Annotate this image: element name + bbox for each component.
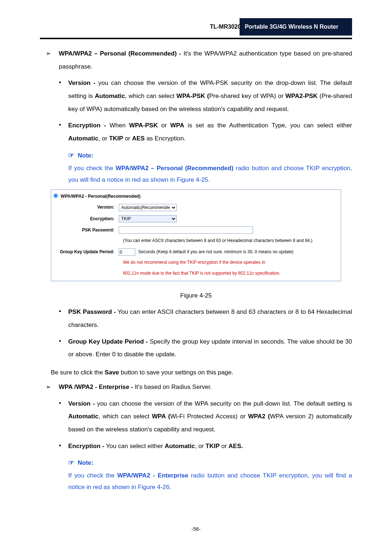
note-1-pre: If you check the <box>68 165 115 172</box>
ev-t2: , which can select <box>98 413 152 420</box>
enc-wpapsk: WPA-PSK <box>129 122 158 129</box>
page-content: WPA/WPA2 – Personal (Recommended) - It's… <box>40 47 352 493</box>
wpa-panel-title-row: WPA/WPA2 - Personal(Recommended) <box>51 190 341 202</box>
psk-hint: (You can enter ASCII characters between … <box>51 236 341 246</box>
enc-wpa: WPA <box>170 122 184 129</box>
note-1-head: Note: <box>78 149 93 162</box>
wpa-personal-title: WPA/WPA2 – Personal (Recommended) - <box>59 50 183 57</box>
ee-tkip: TKIP <box>205 443 220 450</box>
encryption-item: Encryption - When WPA-PSK or WPA is set … <box>59 119 352 145</box>
ee-aes: AES. <box>229 443 243 450</box>
group-key-item: Group Key Update Period - Specify the gr… <box>59 335 352 361</box>
enc-tkip: TKIP <box>109 135 123 142</box>
label-version: Version: <box>53 203 119 212</box>
label-encryption: Encryption: <box>53 214 119 223</box>
note-1: ☞ Note: If you check the WPA/WPA2 – Pers… <box>68 149 352 186</box>
header-band: TL-MR3020 Portable 3G/4G Wireless N Rout… <box>40 18 352 36</box>
wpa-enterprise-desc: It's based on Radius Server. <box>135 383 212 390</box>
header-model: TL-MR3020 <box>40 18 246 36</box>
ent-encryption-item: Encryption - You can select either Autom… <box>59 440 352 453</box>
enc-aes: AES <box>132 135 145 142</box>
ent-encryption-label: Encryption - <box>68 443 106 450</box>
ev-t3: Wi-Fi Protected Access) or <box>170 413 248 420</box>
ee-t3: or <box>220 443 229 450</box>
enc-t1: When <box>110 122 129 129</box>
label-psk: PSK Password: <box>53 226 119 235</box>
enc-t6: as Encryption. <box>145 135 185 142</box>
ee-t1: You can select either <box>106 443 165 450</box>
wpa-enterprise-title: WPA /WPA2 - Enterprise - <box>59 383 135 390</box>
note-1-bold: WPA/WPA2 – Personal (Recommended) <box>115 165 233 172</box>
wpa-panel: WPA/WPA2 - Personal(Recommended) Version… <box>51 189 341 281</box>
note-2-head: Note: <box>78 456 93 469</box>
ee-t2: , or <box>195 443 205 450</box>
tkip-warning-1: We do not recommend using the TKIP encry… <box>51 258 341 268</box>
enc-t5: or <box>123 135 132 142</box>
page-number: -56- <box>40 526 352 532</box>
ent-version-label: Version - <box>68 400 97 407</box>
version-text-3: Pre-shared key of WPA) or <box>209 93 285 99</box>
enc-t3: is set as the Authentication Type, you c… <box>184 122 352 129</box>
version-item: Version - you can choose the version of … <box>59 77 352 115</box>
wpa-panel-title: WPA/WPA2 - Personal(Recommended) <box>61 194 140 199</box>
group-key-input[interactable] <box>119 249 135 256</box>
enc-auto: Automatic <box>68 135 98 142</box>
version-wpa2psk: WPA2-PSK <box>285 93 317 99</box>
note-2: ☞ Note: If you check the WPA/WPA2 - Ente… <box>68 456 352 493</box>
version-auto: Automatic <box>95 93 125 99</box>
figure-caption: Figure 4-25 <box>40 289 352 302</box>
ev-wpa2: WPA2 ( <box>248 413 270 420</box>
save-instruction: Be sure to click the Save button to save… <box>40 366 352 379</box>
tkip-warning-2: 802.11n mode due to the fact that TKIP i… <box>51 268 341 281</box>
ee-auto: Automatic <box>165 443 195 450</box>
group-key-hint: Seconds (Keep it default if you are not … <box>138 247 294 257</box>
encryption-label: Encryption - <box>68 122 110 129</box>
version-wpapsk: WPA-PSK ( <box>176 93 209 99</box>
save-post: button to save your settings on this pag… <box>119 369 233 376</box>
hand-icon: ☞ <box>68 149 74 163</box>
wpa-personal-radio[interactable] <box>53 193 58 198</box>
ev-auto: Automatic <box>68 413 98 420</box>
note-2-pre: If you check the <box>68 472 117 479</box>
psk-password-item: PSK Password - You can enter ASCII chara… <box>59 305 352 331</box>
group-key-label: Group Key Update Period - <box>68 338 150 345</box>
save-bold: Save <box>105 369 119 376</box>
version-text-2: , which can select <box>125 93 176 99</box>
version-select[interactable]: Automatic(Recommended) <box>119 204 177 211</box>
ev-t1: you can choose the version of the WPA se… <box>97 400 352 407</box>
enc-t4: , or <box>98 135 109 142</box>
note-2-bold: WPA/WPA2 - Enterprise <box>117 472 188 479</box>
save-pre: Be sure to click the <box>51 369 105 376</box>
enc-t2: or <box>158 122 170 129</box>
wpa-enterprise-heading: WPA /WPA2 - Enterprise - It's based on R… <box>40 381 352 394</box>
header-product: Portable 3G/4G Wireless N Router <box>240 18 352 36</box>
wpa-personal-heading: WPA/WPA2 – Personal (Recommended) - It's… <box>40 47 352 73</box>
header-rule <box>40 38 352 39</box>
version-label: Version - <box>68 79 98 86</box>
figure-4-25: WPA/WPA2 - Personal(Recommended) Version… <box>40 189 352 302</box>
encryption-select[interactable]: TKIP <box>119 215 177 222</box>
psk-password-label: PSK Password - <box>68 308 118 315</box>
ent-version-item: Version - you can choose the version of … <box>59 397 352 436</box>
psk-password-input[interactable] <box>119 226 253 234</box>
ev-wpa: WPA ( <box>152 413 170 420</box>
label-group: Group Key Update Period: <box>53 247 119 257</box>
hand-icon: ☞ <box>68 456 74 470</box>
